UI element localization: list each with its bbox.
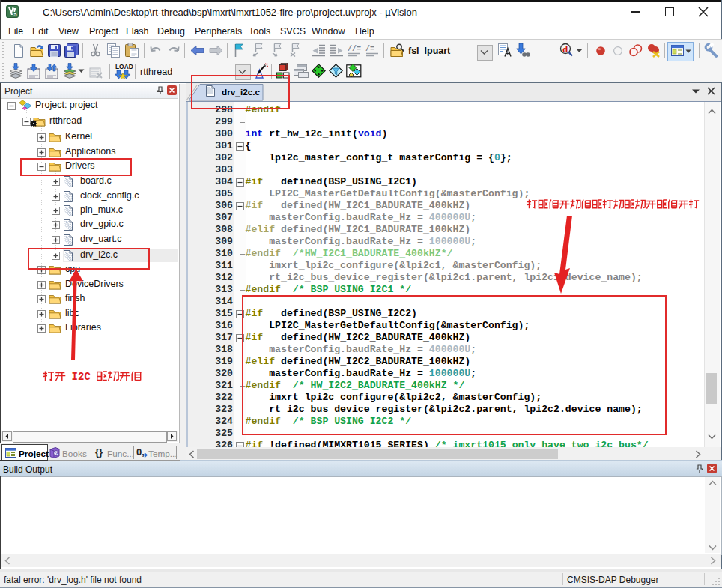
svg-text:?: ? [55,451,58,456]
svg-text:5: 5 [14,12,17,17]
svg-text:/=: /= [365,45,374,53]
svg-text:I2C: I2C [72,371,91,383]
svg-text://=: //= [348,45,361,53]
svg-text:LOAD: LOAD [115,63,133,70]
svg-text:d: d [562,43,568,55]
